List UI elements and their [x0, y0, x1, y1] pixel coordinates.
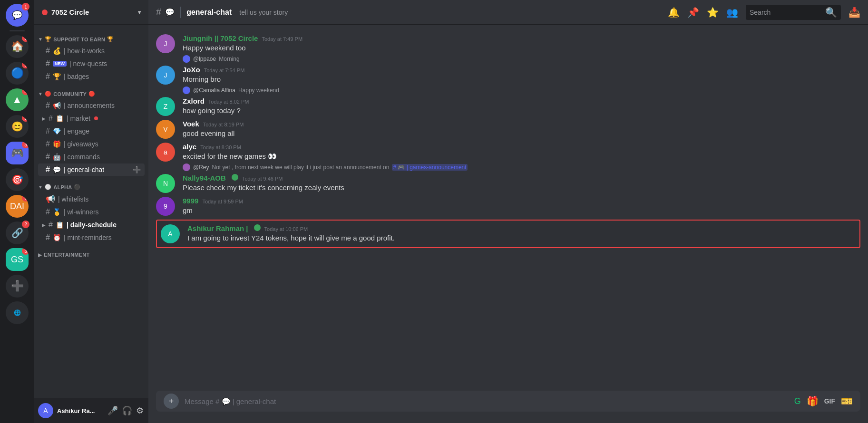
star-icon[interactable]: ⭐ — [707, 7, 719, 18]
message-content: 9999 Today at 9:59 PM gm — [183, 197, 860, 216]
pin-icon[interactable]: 📌 — [687, 7, 699, 18]
server-3-icon: ▲ — [12, 94, 22, 106]
message-content: Voek Today at 8:19 PM good evening all — [183, 120, 860, 139]
channel-how-it-works[interactable]: # 💰 | how-it-works — [38, 45, 145, 57]
members-icon[interactable]: 👥 — [726, 7, 738, 18]
channel-wl-winners[interactable]: # 🥇 | wl-winners — [38, 206, 145, 218]
channel-new-quests[interactable]: # NEW | new-quests — [38, 58, 145, 70]
server-3-badge: 3 — [22, 88, 29, 95]
attach-button[interactable]: + — [164, 394, 179, 409]
server-chevron-icon: ▾ — [138, 9, 141, 16]
category-entertainment[interactable]: ▶ ENTERTAINMENT — [34, 244, 148, 260]
server-icon-7[interactable]: DAI 6 — [6, 195, 29, 218]
server-name-header[interactable]: 7052 Circle ▾ — [34, 0, 148, 25]
channel-badges[interactable]: # 🏆 | badges — [38, 70, 145, 83]
server-icon-4[interactable]: 😊 1 — [6, 115, 29, 138]
server-icon-2[interactable]: 🔵 5 — [6, 62, 29, 85]
market-dot-indicator — [94, 116, 98, 120]
server-icon-dm[interactable]: 💬 1 — [6, 4, 29, 27]
message-content: Jiungnih || 7052 Circle Today at 7:49 PM… — [183, 34, 860, 53]
server-icon-1[interactable]: 🏠 1 — [6, 35, 29, 58]
hash-icon: # — [46, 47, 50, 55]
user-area: A Ashikur Ra... 🎤 🎧 ⚙ — [34, 398, 148, 423]
message-author[interactable]: alyc — [183, 143, 196, 151]
message-author[interactable]: Voek — [183, 120, 199, 128]
gift-action-icon[interactable]: 🎁 — [807, 395, 819, 407]
search-input[interactable] — [750, 9, 822, 16]
message-text: how going today ? — [183, 106, 860, 116]
avatar: J — [156, 66, 175, 85]
server-icon-10[interactable]: ➕ — [6, 275, 29, 298]
channel-commands[interactable]: # 🤖 | commands — [38, 151, 145, 163]
reply-text: Morning — [219, 56, 239, 62]
channel-mint-reminders[interactable]: # ⏰ | mint-reminders — [38, 231, 145, 244]
channel-giveaways[interactable]: # 🎁 | giveaways — [38, 138, 145, 150]
message-header: Ashikur Rahman | Today at 10:06 PM — [187, 224, 856, 232]
server-icon-3[interactable]: ▲ 3 — [6, 88, 29, 111]
arrow-icon: ▼ — [38, 37, 43, 42]
server-7-icon: DAI — [10, 202, 24, 212]
server-icon-6[interactable]: 🎯 — [6, 168, 29, 191]
server-10-icon: ➕ — [11, 280, 24, 292]
server-icon-8[interactable]: 🔗 2 — [6, 221, 29, 244]
deafen-icon[interactable]: 🎧 — [121, 404, 133, 417]
message-input[interactable] — [185, 397, 789, 405]
hash-icon-6: # — [46, 127, 50, 135]
table-row: a alyc Today at 8:30 PM excited for the … — [148, 141, 868, 163]
message-content: Nally94-AOB Today at 9:46 PM Please chec… — [183, 174, 860, 193]
message-header: Nally94-AOB Today at 9:46 PM — [183, 174, 860, 182]
hash-icon-7: # — [46, 140, 50, 148]
channel-announcements[interactable]: # 📢 | announcements — [38, 99, 145, 112]
channel-whitelists[interactable]: 📢 | whitelists — [38, 192, 145, 205]
reply-author: @lppaoe — [193, 56, 216, 62]
megaphone-2-icon: 📢 — [46, 194, 55, 203]
server-icon-5[interactable]: 🎮 3 — [6, 142, 29, 164]
message-author[interactable]: Nally94-AOB — [183, 174, 226, 182]
mention-reply: @Camalia Alfina Happy weekend — [148, 87, 868, 95]
channel-market[interactable]: ▶ # 📋 | market — [38, 112, 145, 125]
inbox-icon[interactable]: 📥 — [848, 7, 860, 18]
message-text: Morning bro — [183, 75, 860, 85]
server-4-icon: 😊 — [11, 121, 23, 132]
channel-name-commands: | commands — [64, 153, 100, 161]
message-header: JoXo Today at 7:54 PM — [183, 66, 860, 74]
table-row: J JoXo Today at 7:54 PM Morning bro — [148, 64, 868, 87]
server-icon-11[interactable]: 🌐 — [6, 301, 29, 324]
sticker-icon[interactable]: 🎫 — [841, 395, 853, 407]
message-content: Ashikur Rahman | Today at 10:06 PM I am … — [187, 224, 856, 243]
server-5-badge: 3 — [22, 142, 29, 148]
message-author[interactable]: Ashikur Rahman | — [187, 224, 248, 232]
channel-mention[interactable]: # 🎮 | games-announcement — [392, 164, 467, 171]
chat-header-icon: 💬 — [165, 8, 175, 17]
message-author[interactable]: Zxlord — [183, 97, 205, 105]
hash-icon-5: # — [49, 114, 53, 123]
category-support-to-earn[interactable]: ▼ 🏆 SUPPORT TO EARN 🏆 — [34, 29, 148, 44]
mute-icon[interactable]: 🎤 — [107, 404, 119, 417]
category-alpha[interactable]: ▼ ⚪ ALPHA ⚫ — [34, 176, 148, 192]
robot-icon: 🤖 — [53, 153, 61, 161]
add-member-icon[interactable]: ➕ — [133, 166, 141, 173]
search-bar[interactable]: 🔍 — [746, 5, 841, 20]
message-author[interactable]: JoXo — [183, 66, 200, 74]
category-community[interactable]: ▼ 🔴 COMMUNITY 🔴 — [34, 83, 148, 99]
channel-daily-schedule[interactable]: ▶ # 📋 | daily-schedule — [38, 219, 145, 231]
server-6-icon: 🎯 — [11, 174, 23, 185]
category-label-community: COMMUNITY — [53, 91, 87, 97]
hash-icon-8: # — [46, 153, 50, 161]
gif-icon[interactable]: GIF — [824, 397, 835, 405]
dm-badge: 1 — [22, 3, 29, 10]
message-author[interactable]: 9999 — [183, 197, 198, 205]
channel-engage[interactable]: # 💎 | engage — [38, 125, 145, 137]
message-author[interactable]: Jiungnih || 7052 Circle — [183, 34, 258, 42]
server-icon-9[interactable]: GS 3 — [6, 248, 29, 271]
channel-hash-icon: # — [156, 7, 161, 18]
hash-icon-12: # — [46, 233, 50, 242]
avatar: V — [156, 120, 175, 139]
highlighted-message: A Ashikur Rahman | Today at 10:06 PM I a… — [156, 220, 860, 248]
hash-icon-9: # — [46, 165, 50, 174]
channel-general-chat[interactable]: # 💬 | general-chat ➕ — [38, 163, 145, 176]
settings-icon[interactable]: ⚙ — [135, 404, 145, 417]
boost-icon[interactable]: 🔔 — [668, 7, 680, 18]
header-divider — [180, 7, 181, 18]
medal-icon: 🥇 — [53, 208, 61, 216]
